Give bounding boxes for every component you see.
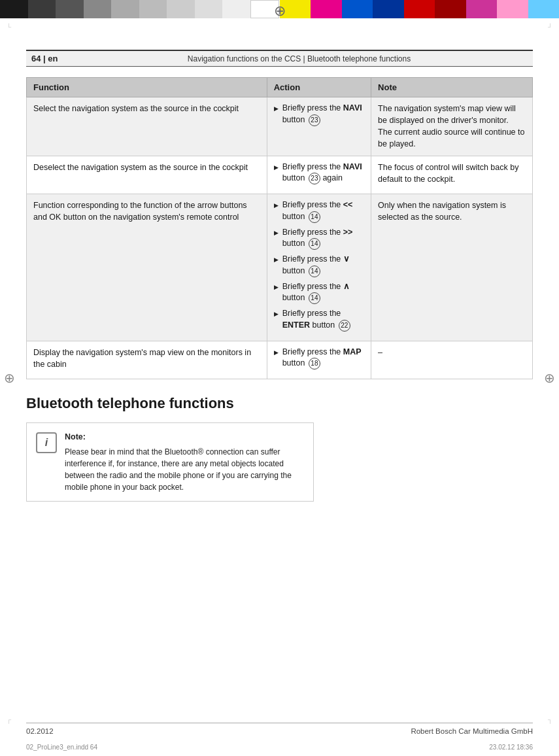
swatch-red2: [435, 0, 466, 18]
swatch-6: [139, 0, 167, 18]
circle-22: 22: [339, 320, 350, 332]
action-list-1: Briefly press the NAVI button 23: [274, 103, 364, 126]
table-row: Function corresponding to the function o…: [27, 194, 533, 341]
col-function: Function: [27, 78, 267, 97]
circle-23b: 23: [309, 173, 320, 184]
reg-crosshair-left: ⊕: [4, 370, 15, 386]
note-cell-3: Only when the navigation system is selec…: [371, 194, 533, 341]
action-item: Briefly press the NAVI button 23 again: [274, 162, 364, 185]
circle-14a: 14: [309, 211, 320, 223]
note-content: Note: Please bear in mind that the Bluet…: [65, 431, 304, 493]
table-row: Select the navigation system as the sour…: [27, 97, 533, 156]
page-header: 64 | en Navigation functions on the CCS …: [26, 50, 533, 67]
table-header-row: Function Action Note: [27, 78, 533, 97]
circle-14b: 14: [309, 238, 320, 250]
footer-company: Robert Bosch Car Multimedia GmbH: [411, 727, 533, 735]
action-list-3: Briefly press the << button 14 Briefly p…: [274, 199, 364, 332]
swatch-7: [167, 0, 195, 18]
circle-14d: 14: [309, 292, 320, 304]
note-box: i Note: Please bear in mind that the Blu…: [26, 422, 314, 502]
circle-23: 23: [309, 114, 320, 126]
action-item: Briefly press the MAP button 18: [274, 347, 364, 370]
chevron-up-icon: ∧: [343, 282, 350, 291]
corner-mark-tr: ┘: [548, 24, 552, 31]
action-list-4: Briefly press the MAP button 18: [274, 347, 364, 370]
swatch-lightblue: [528, 0, 560, 18]
chevron-rr-icon: >>: [343, 228, 353, 237]
file-info: 02_ProLine3_en.indd 64 23.02.12 18:36: [26, 744, 533, 751]
action-item: Briefly press the >> button 14: [274, 227, 364, 250]
bold-navi-2: NAVI: [343, 162, 362, 171]
bold-map: MAP: [343, 347, 362, 356]
action-cell-2: Briefly press the NAVI button 23 again: [267, 156, 371, 194]
action-cell-3: Briefly press the << button 14 Briefly p…: [267, 194, 371, 341]
corner-mark-bl: ┌: [7, 716, 11, 723]
action-list-2: Briefly press the NAVI button 23 again: [274, 162, 364, 185]
action-item: Briefly press the << button 14: [274, 199, 364, 223]
action-cell-1: Briefly press the NAVI button 23: [267, 97, 371, 156]
main-content: Function Action Note Select the navigati…: [26, 77, 533, 502]
corner-mark-br: ┐: [548, 716, 552, 723]
color-bar-left: [0, 0, 280, 18]
swatch-9: [222, 0, 250, 18]
bold-enter: ENTER: [282, 320, 310, 330]
reg-crosshair-right: ⊕: [544, 370, 555, 386]
color-bar-right: [280, 0, 560, 18]
function-cell-2: Deselect the navigation system as the so…: [27, 156, 267, 194]
swatch-pink1: [466, 0, 498, 18]
file-name: 02_ProLine3_en.indd 64: [26, 744, 97, 751]
circle-18: 18: [309, 358, 320, 369]
reg-crosshair-top: ⊕: [274, 3, 286, 20]
action-item: Briefly press the ∨ button 14: [274, 254, 364, 277]
file-date: 23.02.12 18:36: [489, 744, 533, 751]
action-item: Briefly press the NAVI button 23: [274, 103, 364, 126]
table-row: Display the navigation system's map view…: [27, 341, 533, 379]
function-cell-1: Select the navigation system as the sour…: [27, 97, 267, 156]
note-title: Note:: [65, 431, 304, 443]
swatch-5: [111, 0, 139, 18]
note-cell-1: The navigation system's map view will be…: [371, 97, 533, 156]
table-row: Deselect the navigation system as the so…: [27, 156, 533, 194]
col-action: Action: [267, 78, 371, 97]
col-note: Note: [371, 78, 533, 97]
function-table: Function Action Note Select the navigati…: [26, 77, 533, 379]
footer-date: 02.2012: [26, 727, 54, 735]
action-cell-4: Briefly press the MAP button 18: [267, 341, 371, 379]
swatch-8: [195, 0, 223, 18]
note-cell-2: The focus of control will switch back by…: [371, 156, 533, 194]
corner-mark-tl: └: [7, 24, 11, 31]
chevron-dn-icon: ∨: [343, 254, 350, 264]
section-heading: Bluetooth telephone functions: [26, 395, 533, 412]
swatch-blue2: [373, 0, 404, 18]
swatch-red1: [404, 0, 435, 18]
page-title: Navigation functions on the CCS | Blueto…: [71, 54, 528, 63]
page-footer: 02.2012 Robert Bosch Car Multimedia GmbH: [26, 723, 533, 735]
action-item: Briefly press the ENTER button 22: [274, 308, 364, 332]
action-item: Briefly press the ∧ button 14: [274, 281, 364, 305]
swatch-magenta: [311, 0, 342, 18]
bold-navi: NAVI: [343, 103, 362, 112]
info-icon: i: [36, 432, 57, 453]
swatch-1: [0, 0, 28, 18]
page-number: 64 | en: [31, 54, 71, 63]
swatch-4: [84, 0, 112, 18]
chevron-ll-icon: <<: [343, 200, 353, 209]
function-cell-4: Display the navigation system's map view…: [27, 341, 267, 379]
swatch-3: [56, 0, 84, 18]
swatch-2: [28, 0, 56, 18]
circle-14c: 14: [309, 266, 320, 277]
note-cell-4: –: [371, 341, 533, 379]
swatch-pink2: [497, 0, 528, 18]
function-cell-3: Function corresponding to the function o…: [27, 194, 267, 341]
note-body: Please bear in mind that the Bluetooth® …: [65, 446, 304, 493]
swatch-blue1: [342, 0, 373, 18]
